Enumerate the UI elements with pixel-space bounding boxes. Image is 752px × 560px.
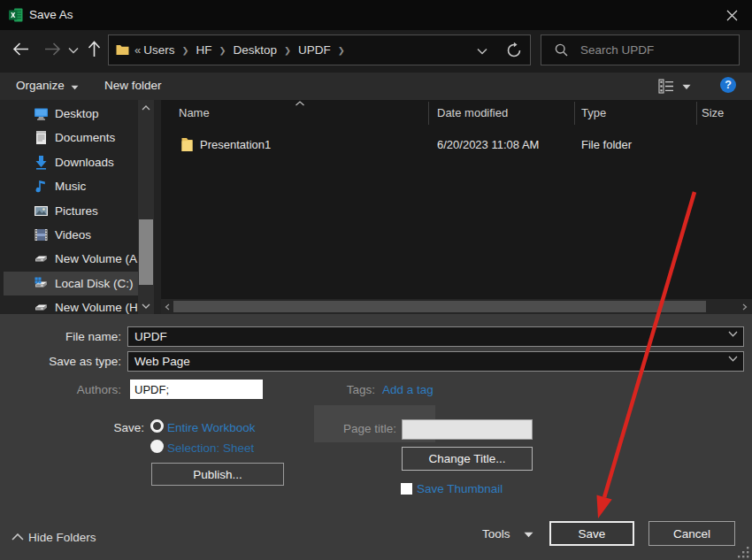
sidebar-item-label: Downloads xyxy=(55,156,114,169)
close-icon xyxy=(726,10,738,21)
save-as-dialog: Save As « Users ❯ HF xyxy=(0,0,752,560)
authors-input[interactable]: UPDF; xyxy=(130,380,263,399)
save-as-type-combobox[interactable]: Web Page xyxy=(127,351,744,372)
up-button-icon[interactable] xyxy=(88,41,101,58)
breadcrumb-separator-icon: ❯ xyxy=(175,45,196,55)
column-header-type[interactable]: Type xyxy=(581,106,606,119)
file-name-label: File name: xyxy=(0,330,121,343)
save-thumbnail-checkbox[interactable] xyxy=(401,483,412,495)
search-icon xyxy=(555,43,568,57)
column-header-date-modified[interactable]: Date modified xyxy=(437,106,508,119)
organize-dropdown-icon xyxy=(71,85,79,90)
file-row-presentation1[interactable]: Presentation1 6/20/2023 11:08 AM File fo… xyxy=(161,134,752,157)
horizontal-scrollbar[interactable] xyxy=(161,299,752,314)
horizontal-scrollbar-thumb[interactable] xyxy=(173,301,706,312)
sidebar-item-label: Music xyxy=(55,180,86,193)
tools-menu[interactable]: Tools xyxy=(482,527,510,541)
search-placeholder: Search UPDF xyxy=(580,43,654,57)
scroll-left-icon[interactable] xyxy=(165,303,170,311)
add-a-tag-link[interactable]: Add a tag xyxy=(382,383,434,396)
breadcrumb-item-users[interactable]: Users xyxy=(143,43,174,57)
close-button[interactable] xyxy=(718,3,745,27)
drive-icon xyxy=(34,251,49,266)
hide-folders-button[interactable]: Hide Folders xyxy=(28,531,96,544)
sidebar-scrollbar-thumb[interactable] xyxy=(139,219,153,285)
pictures-icon xyxy=(34,203,49,219)
view-details-icon[interactable] xyxy=(658,79,674,94)
sidebar-item-label: Pictures xyxy=(55,204,98,218)
sidebar-item-label: Videos xyxy=(55,228,91,242)
address-dropdown-chevron-icon[interactable] xyxy=(477,48,487,55)
sidebar-item-music[interactable]: Music xyxy=(0,174,139,198)
file-name-combobox[interactable]: UPDF xyxy=(127,326,744,347)
views-dropdown-icon[interactable] xyxy=(682,84,691,90)
publish-button[interactable]: Publish... xyxy=(151,463,284,486)
authors-label: Authors: xyxy=(0,383,121,396)
sidebar-item-desktop[interactable]: Desktop xyxy=(0,102,139,126)
videos-icon xyxy=(34,227,49,242)
cancel-button[interactable]: Cancel xyxy=(648,521,735,546)
save-button[interactable]: Save xyxy=(549,521,634,546)
sidebar-item-downloads[interactable]: Downloads xyxy=(0,150,139,174)
scroll-right-icon[interactable] xyxy=(742,303,748,311)
radio-selection-sheet[interactable] xyxy=(150,440,164,453)
navigation-pane: Desktop Documents Downloads xyxy=(0,100,161,314)
save-as-type-value: Web Page xyxy=(134,355,190,368)
sidebar-item-local-disk-c[interactable]: Local Disk (C:) xyxy=(4,272,138,295)
title-bar: Save As xyxy=(0,0,752,30)
file-type: File folder xyxy=(581,138,632,151)
address-bar[interactable]: « Users ❯ HF ❯ Desktop ❯ UPDF ❯ xyxy=(108,35,531,65)
column-divider[interactable] xyxy=(574,102,575,125)
chevron-down-icon xyxy=(728,331,738,337)
column-header-name[interactable]: Name xyxy=(179,106,210,119)
recent-locations-chevron-icon[interactable] xyxy=(68,47,79,54)
file-date-modified: 6/20/2023 11:08 AM xyxy=(437,138,539,151)
breadcrumb-item-updf[interactable]: UPDF xyxy=(298,43,331,57)
breadcrumb-overflow[interactable]: « xyxy=(134,43,141,57)
sidebar-item-videos[interactable]: Videos xyxy=(0,223,139,247)
publish-button-label: Publish... xyxy=(193,468,242,481)
page-title-label: Page title: xyxy=(308,422,396,435)
save-button-label: Save xyxy=(579,527,606,541)
document-icon xyxy=(34,130,49,145)
command-bar: Organize New folder ? xyxy=(0,73,752,100)
sidebar-item-label: New Volume (A:) xyxy=(55,252,139,265)
column-divider[interactable] xyxy=(696,102,697,125)
search-box[interactable]: Search UPDF xyxy=(541,35,740,65)
sidebar-scrollbar[interactable] xyxy=(138,100,154,314)
sidebar-item-label: New Volume (H:) xyxy=(55,301,139,314)
tools-dropdown-icon[interactable] xyxy=(524,532,533,538)
hide-folders-chevron-icon[interactable] xyxy=(12,533,24,541)
radio-selection-sheet-label[interactable]: Selection: Sheet xyxy=(167,441,254,455)
folder-icon xyxy=(180,136,195,153)
sidebar-item-pictures[interactable]: Pictures xyxy=(0,199,139,223)
back-button-icon[interactable] xyxy=(12,42,29,57)
file-name: Presentation1 xyxy=(200,138,271,151)
column-header-size[interactable]: Size xyxy=(702,106,724,119)
resize-grip[interactable] xyxy=(738,546,750,558)
desktop-icon xyxy=(34,106,49,121)
page-title-input[interactable] xyxy=(402,419,533,440)
scroll-up-icon[interactable] xyxy=(142,105,150,111)
scroll-down-icon[interactable] xyxy=(142,303,150,309)
help-button[interactable]: ? xyxy=(720,77,736,93)
browse-area: Desktop Documents Downloads xyxy=(0,100,752,314)
sidebar-item-new-volume-h[interactable]: New Volume (H:) xyxy=(0,295,139,314)
breadcrumb-item-desktop[interactable]: Desktop xyxy=(233,43,277,57)
sidebar-item-label: Desktop xyxy=(55,107,99,120)
organize-menu[interactable]: Organize xyxy=(16,79,65,92)
radio-entire-workbook[interactable] xyxy=(150,419,164,433)
breadcrumb-item-hf[interactable]: HF xyxy=(196,43,211,57)
change-title-button[interactable]: Change Title... xyxy=(402,447,533,471)
new-folder-button[interactable]: New folder xyxy=(104,79,162,92)
sidebar-item-documents[interactable]: Documents xyxy=(0,126,139,150)
forward-button-icon[interactable] xyxy=(44,42,61,57)
radio-entire-workbook-label[interactable]: Entire Workbook xyxy=(167,421,256,434)
sidebar-item-label: Local Disk (C:) xyxy=(55,277,134,290)
address-folder-icon xyxy=(116,44,129,56)
sidebar-item-new-volume-a[interactable]: New Volume (A:) xyxy=(0,247,139,271)
save-thumbnail-label[interactable]: Save Thumbnail xyxy=(417,482,503,495)
column-divider[interactable] xyxy=(428,102,429,125)
refresh-icon[interactable] xyxy=(506,42,522,58)
music-icon xyxy=(34,179,49,194)
